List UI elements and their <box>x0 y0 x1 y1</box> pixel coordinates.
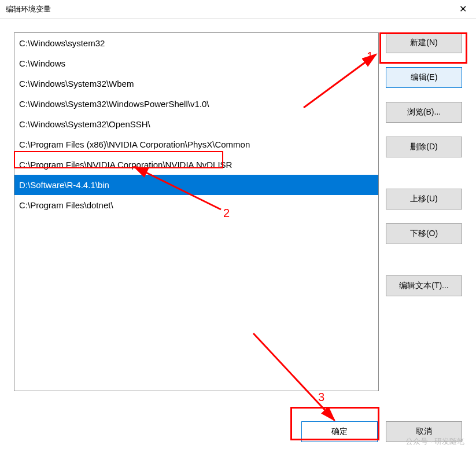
cancel-button[interactable]: 取消 <box>386 421 462 442</box>
close-icon: ✕ <box>459 3 467 14</box>
moveup-button[interactable]: 上移(U) <box>386 189 462 209</box>
list-item[interactable]: C:\Windows <box>14 53 378 73</box>
list-item[interactable]: C:\Windows\system32 <box>14 33 378 53</box>
button-column: 新建(N) 编辑(E) 浏览(B)... 删除(D) 上移(U) 下移(O) 编… <box>386 32 462 406</box>
dialog-body: C:\Windows\system32 C:\Windows C:\Window… <box>0 19 476 406</box>
window-title: 编辑环境变量 <box>6 4 449 14</box>
movedown-button[interactable]: 下移(O) <box>386 223 462 244</box>
list-item[interactable]: C:\Program Files\dotnet\ <box>14 195 378 215</box>
edittext-button[interactable]: 编辑文本(T)... <box>386 275 462 296</box>
browse-button[interactable]: 浏览(B)... <box>386 102 462 123</box>
list-item-selected[interactable]: D:\Software\R-4.4.1\bin <box>14 175 378 195</box>
list-item[interactable]: C:\Windows\System32\OpenSSH\ <box>14 114 378 134</box>
list-item[interactable]: C:\Program Files\NVIDIA Corporation\NVID… <box>14 155 378 175</box>
new-button[interactable]: 新建(N) <box>386 32 462 53</box>
titlebar: 编辑环境变量 ✕ <box>0 0 476 19</box>
dialog-footer: 确定 取消 <box>301 421 462 442</box>
list-item[interactable]: C:\Windows\System32\WindowsPowerShell\v1… <box>14 94 378 114</box>
ok-button[interactable]: 确定 <box>301 421 378 442</box>
list-item[interactable]: C:\Program Files (x86)\NVIDIA Corporatio… <box>14 134 378 155</box>
close-button[interactable]: ✕ <box>449 0 476 19</box>
list-item[interactable]: C:\Windows\System32\Wbem <box>14 73 378 94</box>
delete-button[interactable]: 删除(D) <box>386 137 462 157</box>
path-listbox[interactable]: C:\Windows\system32 C:\Windows C:\Window… <box>14 32 379 391</box>
edit-button[interactable]: 编辑(E) <box>386 67 462 88</box>
